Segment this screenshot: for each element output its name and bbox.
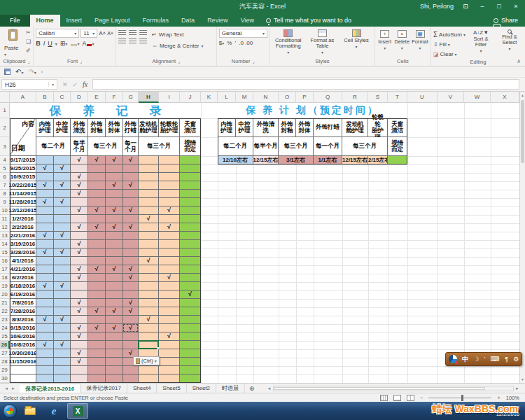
row-header-29[interactable]: 29 <box>0 366 10 374</box>
cell-G22[interactable]: √ <box>123 307 139 316</box>
cell-B4[interactable] <box>36 156 54 164</box>
cell-J9[interactable] <box>180 198 201 206</box>
row-header-20[interactable]: 20 <box>0 290 10 299</box>
cell-J7[interactable] <box>180 181 201 190</box>
cell-D25[interactable]: √ <box>71 332 88 341</box>
row-header-25[interactable]: 25 <box>0 332 10 341</box>
cell-D15[interactable]: √ <box>71 248 88 257</box>
date-cell-A26[interactable]: 10/8/2016 <box>10 341 36 349</box>
cell-E8[interactable] <box>88 190 106 198</box>
bold-button[interactable]: B <box>36 40 41 47</box>
row-header-3[interactable]: 3 <box>0 137 10 156</box>
plan-cell[interactable] <box>388 156 407 164</box>
cell-F18[interactable] <box>106 274 123 282</box>
cell-B21[interactable] <box>36 299 54 307</box>
save-icon[interactable] <box>4 69 10 75</box>
cell-C11[interactable] <box>54 215 71 223</box>
cell-H17[interactable] <box>139 265 159 274</box>
cell-I23[interactable] <box>159 316 180 324</box>
right-header-N[interactable]: 外饰清洗 <box>253 118 279 137</box>
cell-G9[interactable] <box>123 198 139 206</box>
cell-J11[interactable] <box>180 215 201 223</box>
sheet-tab-Sheet5[interactable]: Sheet5 <box>157 384 186 393</box>
sheet-tab-Sheet4[interactable]: Sheet4 <box>127 384 157 393</box>
cell-E13[interactable] <box>88 232 106 240</box>
cell-F15[interactable] <box>106 248 123 257</box>
cell-E19[interactable] <box>88 282 106 290</box>
cell-J5[interactable] <box>180 164 201 173</box>
cell-I19[interactable] <box>159 282 180 290</box>
cell-B28[interactable] <box>36 358 54 366</box>
plan-cell[interactable]: 12/10左右 <box>218 156 253 164</box>
left-frequency[interactable]: 每二个月 <box>36 137 71 156</box>
cell-H16[interactable]: √ <box>139 257 159 265</box>
cell-B15[interactable]: √ <box>36 248 54 257</box>
right-header-P[interactable]: 外饰 封体 <box>296 118 314 137</box>
right-header-T[interactable]: 天窗 清洁 <box>388 118 407 137</box>
date-cell-A11[interactable]: 1/2/2016 <box>10 215 36 223</box>
cell-E14[interactable] <box>88 240 106 248</box>
left-header-B[interactable]: 内饰 护理 <box>36 118 54 137</box>
cell-I10[interactable]: √ <box>159 206 180 215</box>
cell-I5[interactable] <box>159 164 180 173</box>
cell-I9[interactable] <box>159 198 180 206</box>
cell-J13[interactable] <box>180 232 201 240</box>
date-cell-A16[interactable]: 4/1/2016 <box>10 257 36 265</box>
cell-C21[interactable] <box>54 299 71 307</box>
column-header-B[interactable]: B <box>36 92 54 103</box>
align-middle-icon[interactable] <box>129 30 136 36</box>
date-cell-A5[interactable]: 9/25/2015 <box>10 164 36 173</box>
date-cell-A24[interactable]: 9/15/2016 <box>10 324 36 332</box>
right-header-S[interactable]: 轮毂轮 胎护理 <box>368 118 388 137</box>
date-cell-A19[interactable]: 6/18/2016 <box>10 282 36 290</box>
cell-J23[interactable] <box>180 316 201 324</box>
name-box[interactable]: H26 ▾ <box>1 79 57 90</box>
align-bottom-icon[interactable] <box>139 30 147 36</box>
cell-H23[interactable]: √ <box>139 316 159 324</box>
row-header-19[interactable]: 19 <box>0 282 10 290</box>
cell-H29[interactable] <box>139 366 159 374</box>
cell-D20[interactable] <box>71 290 88 299</box>
cell-H11[interactable]: √ <box>139 215 159 223</box>
cell-G20[interactable] <box>123 290 139 299</box>
cell-E22[interactable]: √ <box>88 307 106 316</box>
fill-button[interactable]: ⇩Fill▾ <box>433 40 465 49</box>
cell-G12[interactable]: √ <box>123 223 139 232</box>
cell-G5[interactable] <box>123 164 139 173</box>
column-header-G[interactable]: G <box>123 92 139 103</box>
cell-E16[interactable] <box>88 257 106 265</box>
insert-cells-button[interactable]: + Insert▾ <box>377 29 393 58</box>
cell-E15[interactable] <box>88 248 106 257</box>
right-frequency[interactable]: 每一个月 <box>314 137 342 156</box>
cell-B14[interactable] <box>36 240 54 248</box>
internet-explorer-icon[interactable]: e <box>43 403 64 419</box>
page-break-view-icon[interactable] <box>407 395 414 401</box>
date-cell-A18[interactable]: 6/2/2016 <box>10 274 36 282</box>
date-cell-A6[interactable]: 10/9/2015 <box>10 173 36 181</box>
cell-D4[interactable]: √ <box>71 156 88 164</box>
cell-H15[interactable] <box>139 248 159 257</box>
cell-E26[interactable] <box>88 341 106 349</box>
cell-D30[interactable] <box>71 374 88 383</box>
cell-C15[interactable]: √ <box>54 248 71 257</box>
align-left-icon[interactable] <box>118 38 126 44</box>
cell-J6[interactable] <box>180 173 201 181</box>
dialog-launcher-icon[interactable]: ⌟ <box>80 59 82 64</box>
row-header-24[interactable]: 24 <box>0 324 10 332</box>
column-header-E[interactable]: E <box>88 92 106 103</box>
cell-G15[interactable] <box>123 248 139 257</box>
cell-C9[interactable]: √ <box>54 198 71 206</box>
right-frequency[interactable]: 每三个月 <box>342 137 388 156</box>
cell-G17[interactable]: √ <box>123 265 139 274</box>
ribbon-display-options-icon[interactable]: ⊡ <box>461 3 470 10</box>
cell-B30[interactable] <box>36 374 54 383</box>
cell-C26[interactable]: √ <box>54 341 71 349</box>
sheet-tab-保养记录2017[interactable]: 保养记录2017 <box>80 384 127 393</box>
cell-J17[interactable] <box>180 265 201 274</box>
row-header-14[interactable]: 14 <box>0 240 10 248</box>
horizontal-scroll-thumb[interactable] <box>274 387 485 390</box>
cell-D22[interactable]: √ <box>71 307 88 316</box>
row-header-30[interactable]: 30 <box>0 374 10 383</box>
cell-I30[interactable] <box>159 374 180 383</box>
cell-F21[interactable] <box>106 299 123 307</box>
